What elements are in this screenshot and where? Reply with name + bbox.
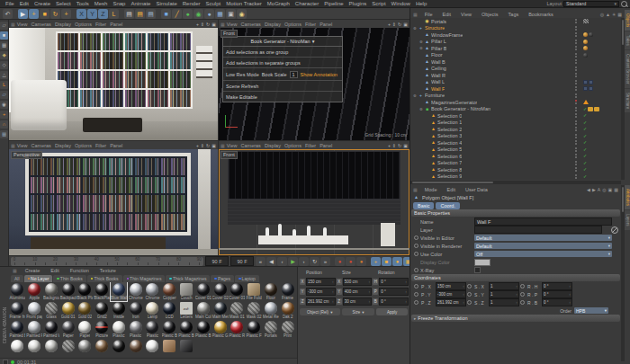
- maximize-icon[interactable]: ▣: [403, 22, 408, 27]
- object-row-book-generator-nitroman[interactable]: ⊕■Book Generator - NitroMan✓: [410, 106, 621, 113]
- material-item[interactable]: [26, 339, 43, 358]
- material-item[interactable]: [127, 339, 144, 358]
- scale-tool-icon[interactable]: ■: [40, 9, 50, 19]
- pan-icon[interactable]: +: [196, 143, 199, 148]
- timeline-ruler[interactable]: 0102030405060708090: [11, 257, 203, 266]
- visible-in-renderer-dropdown[interactable]: Default▾: [474, 243, 612, 249]
- last-tool-icon[interactable]: +: [61, 9, 71, 19]
- visibility-dots[interactable]: [572, 174, 580, 179]
- material-mask-02[interactable]: Mask 02: [246, 301, 263, 320]
- lock-z-axis-icon[interactable]: Z: [98, 9, 108, 19]
- object-row-selection-7[interactable]: ▲Selection 7✓: [410, 160, 621, 167]
- loop-icon[interactable]: ↻: [310, 257, 320, 266]
- key-scale-icon[interactable]: ■: [382, 257, 392, 266]
- keyframe-circle-icon[interactable]: [467, 292, 472, 297]
- check-icon[interactable]: ✓: [583, 167, 587, 172]
- edges-mode-icon[interactable]: ◇: [0, 61, 8, 69]
- material-item[interactable]: [161, 339, 178, 358]
- keyframe-circle-icon[interactable]: [414, 284, 418, 289]
- visibility-dots[interactable]: [572, 53, 580, 58]
- layer-tab-pages[interactable]: Pages: [211, 275, 234, 282]
- warning-icon[interactable]: [583, 100, 589, 104]
- material-gold-01[interactable]: Gold 01: [59, 301, 76, 320]
- texture-tag-icon[interactable]: [589, 86, 593, 91]
- keyframe-circle-icon[interactable]: [414, 244, 418, 248]
- render-visibility-dot[interactable]: [575, 150, 577, 152]
- viewport-top-left[interactable]: ▦ViewCamerasDisplayOptionsFilterPanel+⇕↻…: [9, 20, 218, 140]
- layout-icon[interactable]: ▦: [614, 187, 618, 192]
- object-row-wall-f[interactable]: ▲Wall F: [410, 85, 621, 93]
- keyframe-circle-icon[interactable]: [414, 300, 418, 305]
- material-item[interactable]: [94, 339, 111, 358]
- editor-visibility-dot[interactable]: [575, 26, 577, 28]
- hud-add-one-group-button[interactable]: Add selections as one group: [223, 47, 342, 58]
- search-icon[interactable]: ◎: [600, 12, 604, 17]
- material-item[interactable]: [43, 339, 60, 358]
- book-generator-hud[interactable]: Book Generator - NitroMan ▾ Add selectio…: [222, 36, 343, 102]
- viewport-menu-display[interactable]: Display: [265, 22, 281, 27]
- lock-y-axis-icon[interactable]: Y: [87, 9, 97, 19]
- material-plastic[interactable]: Plastic: [127, 320, 144, 339]
- filter-icon[interactable]: ▲: [606, 12, 610, 17]
- panel-menu-icon[interactable]: ▦: [13, 268, 17, 273]
- back-icon[interactable]: ◀: [587, 187, 590, 192]
- editor-visibility-dot[interactable]: [575, 19, 577, 21]
- check-icon[interactable]: ✓: [583, 174, 587, 179]
- am-menu-mode[interactable]: Mode: [422, 187, 440, 192]
- side-tab-structure[interactable]: Structure: [625, 89, 630, 112]
- viewport-menu-panel[interactable]: Panel: [320, 22, 332, 27]
- material-inside[interactable]: Inside: [111, 301, 128, 320]
- quantize-icon[interactable]: ▦: [0, 130, 8, 138]
- maximize-icon[interactable]: ▣: [403, 143, 408, 148]
- check-icon[interactable]: ✓: [583, 120, 587, 125]
- horizontal-scrollbar[interactable]: [410, 181, 621, 184]
- make-editable-icon[interactable]: ▱: [0, 22, 8, 30]
- panel-menu-icon[interactable]: ▦: [11, 143, 15, 148]
- object-row-selection-3[interactable]: ▲Selection 3✓: [410, 133, 621, 140]
- status-checkbox[interactable]: [3, 360, 8, 364]
- check-icon[interactable]: ✓: [583, 127, 587, 131]
- viewport-menu-display[interactable]: Display: [55, 143, 71, 148]
- move-tool-icon[interactable]: +: [29, 9, 39, 19]
- viewport-solo-icon[interactable]: ◉: [0, 101, 8, 109]
- viewport-top-right[interactable]: ▦ViewCamerasDisplayOptionsFilterPanel+⇕↻…: [219, 20, 410, 140]
- position-x-field[interactable]: 150 cm↕: [306, 278, 336, 286]
- spinner-icon[interactable]: ↕: [405, 280, 407, 284]
- editor-visibility-dot[interactable]: [575, 80, 577, 82]
- hud-title-bar[interactable]: Book Generator - NitroMan ▾: [223, 37, 342, 47]
- enable-axis-icon[interactable]: +: [0, 111, 8, 119]
- menu-item-animate[interactable]: Animate: [128, 1, 153, 6]
- s-y-field[interactable]: 1↕: [489, 290, 519, 298]
- keyframe-circle-icon[interactable]: [520, 284, 525, 289]
- material-grid2[interactable]: Grid2: [94, 301, 111, 320]
- om-menu-file[interactable]: File: [422, 12, 436, 17]
- editor-visibility-dot[interactable]: [575, 120, 577, 122]
- material-glass[interactable]: Glass: [43, 301, 60, 320]
- lock-icon[interactable]: ▣: [608, 187, 613, 192]
- material-picture[interactable]: Picture: [94, 320, 111, 339]
- render-settings-icon[interactable]: ▤: [146, 9, 156, 19]
- material-mask-01[interactable]: Mask 01: [229, 301, 246, 320]
- check-icon[interactable]: ✓: [583, 140, 587, 145]
- editor-visibility-dot[interactable]: [575, 107, 577, 109]
- material-cover-02[interactable]: Cover 02: [212, 282, 229, 301]
- color-swatch[interactable]: [474, 259, 490, 266]
- render-visibility-dot[interactable]: [575, 29, 577, 31]
- object-row-windowframe[interactable]: ▲WindowFrame: [410, 31, 621, 39]
- om-menu-objects[interactable]: Objects: [479, 12, 501, 17]
- editor-visibility-dot[interactable]: [575, 53, 577, 55]
- side-tab-takes[interactable]: Takes: [625, 31, 630, 49]
- play-icon[interactable]: ▶: [288, 257, 298, 266]
- viewport-menu-cameras[interactable]: Cameras: [241, 143, 261, 148]
- material-item[interactable]: [178, 339, 195, 358]
- viewport-menu-panel[interactable]: Panel: [110, 22, 122, 27]
- material-plastic-r[interactable]: Plastic R: [229, 320, 246, 339]
- hud-make-editable-button[interactable]: Make Editable: [223, 92, 342, 102]
- check-icon[interactable]: ✓: [583, 134, 587, 138]
- material-floor[interactable]: Floor: [262, 282, 279, 301]
- compositing-tag-icon[interactable]: [583, 19, 589, 23]
- render-visibility-dot[interactable]: [575, 123, 577, 125]
- material-blue-wall[interactable]: Blue Wall: [111, 282, 128, 301]
- object-row-selection-1[interactable]: ▲Selection 1✓: [410, 120, 621, 127]
- editor-visibility-dot[interactable]: [575, 73, 577, 75]
